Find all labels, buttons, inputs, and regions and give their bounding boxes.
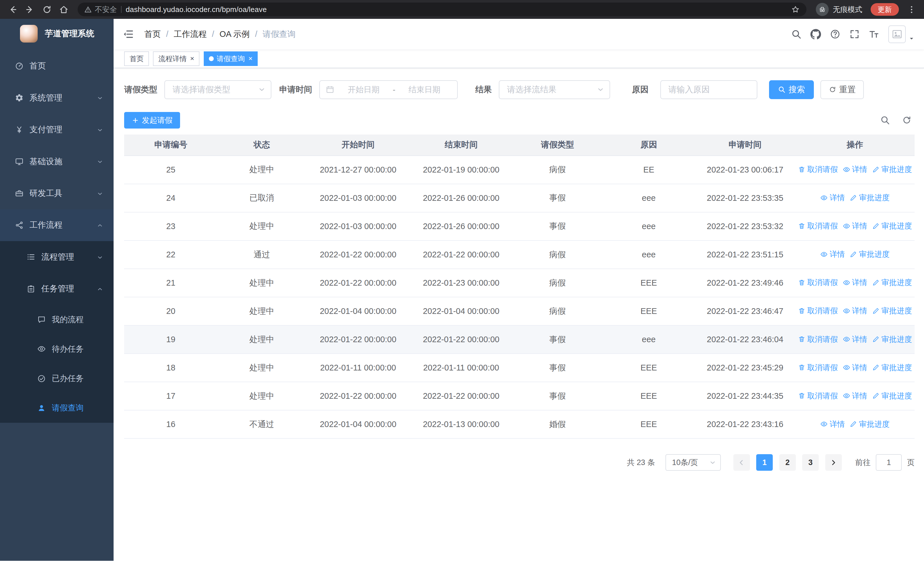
security-status[interactable]: 不安全 bbox=[84, 5, 117, 15]
bookmark-star-icon[interactable] bbox=[791, 5, 800, 14]
search-button[interactable]: 搜索 bbox=[769, 80, 814, 99]
menu-label: 请假查询 bbox=[52, 403, 84, 413]
detail-link[interactable]: 详情 bbox=[820, 193, 845, 203]
approval-progress-link[interactable]: 审批进度 bbox=[872, 391, 912, 401]
calendar-icon bbox=[326, 85, 334, 94]
table-row[interactable]: 19处理中2022-01-22 00:00:002022-01-22 00:00… bbox=[124, 325, 915, 353]
breadcrumb-item[interactable]: OA 示例 bbox=[219, 29, 250, 40]
table-row[interactable]: 24已取消2022-01-03 00:00:002022-01-26 00:00… bbox=[124, 184, 915, 212]
reset-button[interactable]: 重置 bbox=[820, 80, 864, 99]
hamburger-icon[interactable] bbox=[122, 28, 134, 40]
approval-progress-link[interactable]: 审批进度 bbox=[849, 419, 890, 429]
sidebar-item-completed-tasks[interactable]: 已办任务 bbox=[0, 364, 114, 393]
app-logo[interactable]: 芋道管理系统 bbox=[0, 19, 114, 48]
tab-leave-query[interactable]: 请假查询 × bbox=[204, 51, 258, 66]
forward-button[interactable] bbox=[22, 2, 38, 17]
page-button-3[interactable]: 3 bbox=[802, 454, 819, 471]
approval-progress-link[interactable]: 审批进度 bbox=[872, 305, 912, 316]
approval-progress-link[interactable]: 审批进度 bbox=[872, 277, 912, 288]
prev-page-button[interactable] bbox=[734, 454, 750, 471]
sidebar-item-process-management[interactable]: 流程管理 bbox=[0, 241, 114, 273]
detail-link[interactable]: 详情 bbox=[843, 277, 867, 288]
sidebar-item-payment-management[interactable]: 支付管理 bbox=[0, 114, 114, 145]
cancel-leave-link[interactable]: 取消请假 bbox=[798, 221, 838, 231]
sidebar-item-pending-tasks[interactable]: 待办任务 bbox=[0, 334, 114, 364]
cancel-leave-link[interactable]: 取消请假 bbox=[798, 277, 838, 288]
table-row[interactable]: 18处理中2022-01-11 00:00:002022-01-11 00:00… bbox=[124, 353, 915, 382]
leave-type-select[interactable]: 请选择请假类型 bbox=[164, 80, 272, 99]
table-row[interactable]: 25处理中2021-12-27 00:00:002022-01-19 00:00… bbox=[124, 156, 915, 184]
tab-process-detail[interactable]: 流程详情 × bbox=[153, 51, 200, 66]
table-row[interactable]: 20处理中2022-01-04 00:00:002022-01-04 00:00… bbox=[124, 297, 915, 325]
sidebar-item-home[interactable]: 首页 bbox=[0, 50, 114, 82]
cell-actions: 详情审批进度 bbox=[795, 410, 915, 438]
detail-link[interactable]: 详情 bbox=[843, 362, 867, 373]
trash-icon bbox=[798, 364, 806, 371]
table-row[interactable]: 23处理中2022-01-03 00:00:002022-01-26 00:00… bbox=[124, 212, 915, 241]
cancel-leave-link[interactable]: 取消请假 bbox=[798, 305, 838, 316]
page-size-select[interactable]: 10条/页 bbox=[666, 454, 721, 471]
table-toolbar: 发起请假 bbox=[124, 112, 915, 129]
close-icon[interactable]: × bbox=[190, 55, 194, 62]
address-bar[interactable]: 不安全 dashboard.yudao.iocoder.cn/bpm/oa/le… bbox=[78, 3, 806, 16]
sidebar-item-workflow[interactable]: 工作流程 bbox=[0, 209, 114, 241]
detail-link[interactable]: 详情 bbox=[843, 334, 867, 344]
reason-input[interactable] bbox=[660, 80, 758, 99]
refresh-table-icon[interactable] bbox=[902, 115, 912, 125]
page-button-2[interactable]: 2 bbox=[779, 454, 796, 471]
page-button-1[interactable]: 1 bbox=[756, 454, 773, 471]
create-leave-button[interactable]: 发起请假 bbox=[124, 112, 180, 129]
table-row[interactable]: 21处理中2022-01-22 00:00:002022-01-23 00:00… bbox=[124, 269, 915, 297]
cancel-leave-link[interactable]: 取消请假 bbox=[798, 164, 838, 174]
tab-home[interactable]: 首页 bbox=[124, 51, 149, 66]
column-header: 申请时间 bbox=[695, 135, 795, 156]
detail-link[interactable]: 详情 bbox=[843, 391, 867, 401]
sidebar-item-my-processes[interactable]: 我的流程 bbox=[0, 305, 114, 334]
sidebar-item-dev-tools[interactable]: 研发工具 bbox=[0, 177, 114, 209]
detail-link[interactable]: 详情 bbox=[820, 419, 845, 429]
font-size-icon[interactable] bbox=[868, 29, 879, 39]
search-icon[interactable] bbox=[791, 29, 802, 39]
sidebar-item-leave-query[interactable]: 请假查询 bbox=[0, 393, 114, 423]
goto-page-input[interactable] bbox=[876, 454, 902, 471]
apply-time-range[interactable]: 开始日期 - 结束日期 bbox=[320, 80, 458, 99]
fullscreen-icon[interactable] bbox=[849, 29, 860, 39]
cancel-leave-link[interactable]: 取消请假 bbox=[798, 362, 838, 373]
github-icon[interactable] bbox=[810, 29, 821, 39]
result-select[interactable]: 请选择流结果 bbox=[499, 80, 610, 99]
incognito-label: 无痕模式 bbox=[833, 5, 862, 15]
approval-progress-link[interactable]: 审批进度 bbox=[872, 334, 912, 344]
table-row[interactable]: 22通过2022-01-22 00:00:002022-01-22 00:00:… bbox=[124, 241, 915, 269]
table-row[interactable]: 16不通过2022-01-04 00:00:002022-01-13 00:00… bbox=[124, 410, 915, 438]
approval-progress-link[interactable]: 审批进度 bbox=[872, 362, 912, 373]
cancel-leave-link[interactable]: 取消请假 bbox=[798, 391, 838, 401]
detail-link[interactable]: 详情 bbox=[843, 221, 867, 231]
detail-link[interactable]: 详情 bbox=[843, 305, 867, 316]
approval-progress-link[interactable]: 审批进度 bbox=[849, 249, 890, 259]
back-button[interactable] bbox=[5, 2, 21, 17]
user-menu[interactable] bbox=[888, 26, 915, 43]
breadcrumb-item[interactable]: 首页 bbox=[144, 29, 161, 40]
approval-progress-link[interactable]: 审批进度 bbox=[872, 221, 912, 231]
approval-progress-link[interactable]: 审批进度 bbox=[849, 193, 890, 203]
menu-label: 系统管理 bbox=[29, 92, 63, 104]
detail-link[interactable]: 详情 bbox=[843, 164, 867, 174]
close-icon[interactable]: × bbox=[248, 55, 252, 62]
search-toggle-icon[interactable] bbox=[880, 115, 890, 125]
sidebar-item-task-management[interactable]: 任务管理 bbox=[0, 273, 114, 305]
help-icon[interactable] bbox=[830, 29, 840, 39]
approval-progress-link[interactable]: 审批进度 bbox=[872, 164, 912, 174]
sidebar-item-infrastructure[interactable]: 基础设施 bbox=[0, 146, 114, 177]
cell-id: 25 bbox=[124, 156, 217, 184]
incognito-icon bbox=[816, 3, 829, 16]
cancel-leave-link[interactable]: 取消请假 bbox=[798, 334, 838, 344]
breadcrumb-item[interactable]: 工作流程 bbox=[174, 29, 207, 40]
browser-menu-button[interactable] bbox=[903, 2, 920, 17]
detail-link[interactable]: 详情 bbox=[820, 249, 845, 259]
reload-button[interactable] bbox=[39, 2, 55, 17]
home-button[interactable] bbox=[56, 2, 72, 17]
sidebar-item-system-management[interactable]: 系统管理 bbox=[0, 82, 114, 114]
table-row[interactable]: 17处理中2022-01-22 00:00:002022-01-22 00:00… bbox=[124, 382, 915, 410]
next-page-button[interactable] bbox=[825, 454, 842, 471]
update-button[interactable]: 更新 bbox=[871, 3, 899, 15]
